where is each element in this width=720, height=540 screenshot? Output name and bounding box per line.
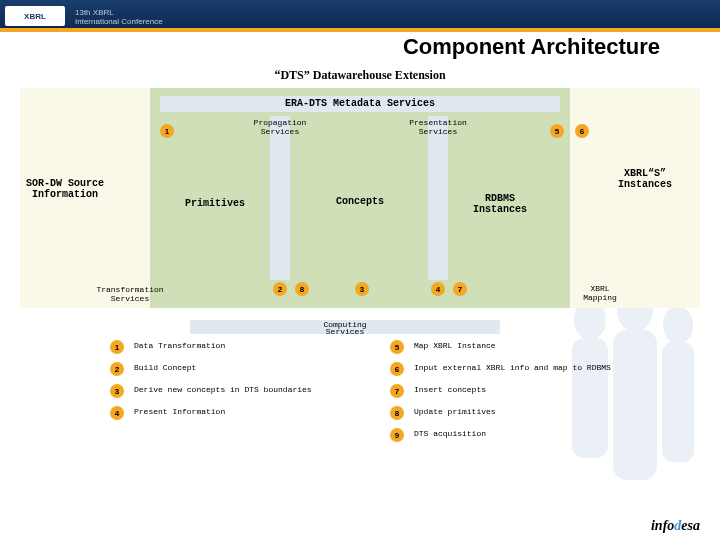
presentation-column bbox=[428, 116, 448, 280]
legend-item: 6 Input external XBRL info and map to RD… bbox=[390, 362, 690, 376]
architecture-diagram: ERA-DTS Metadata Services Propagation Se… bbox=[20, 88, 700, 308]
legend-circle: 6 bbox=[390, 362, 404, 376]
legend-item: 2 Build Concept bbox=[110, 362, 390, 376]
step-circle-3: 3 bbox=[355, 282, 369, 296]
legend-row: 3 Derive new concepts in DTS boundaries … bbox=[110, 384, 690, 398]
legend-circle: 5 bbox=[390, 340, 404, 354]
legend-circle: 8 bbox=[390, 406, 404, 420]
logo-part1: info bbox=[651, 518, 674, 533]
step-circle-6: 6 bbox=[575, 124, 589, 138]
legend-item: 1 Data Transformation bbox=[110, 340, 390, 354]
legend-text: Data Transformation bbox=[134, 340, 225, 351]
propagation-label: Propagation Services bbox=[230, 118, 330, 136]
step-circle-2: 2 bbox=[273, 282, 287, 296]
infodesa-logo: infodesa bbox=[651, 518, 700, 534]
legend-row: 4 Present Information 8 Update primitive… bbox=[110, 406, 690, 420]
computing-services-banner: Computing Services bbox=[190, 320, 500, 334]
step-circle-8: 8 bbox=[295, 282, 309, 296]
legend-row: 1 Data Transformation 5 Map XBRL Instanc… bbox=[110, 340, 690, 354]
conf-line2: International Conference bbox=[75, 17, 163, 26]
concepts-label: Concepts bbox=[320, 196, 400, 207]
step-circle-1: 1 bbox=[160, 124, 174, 138]
legend-row: 2 Build Concept 6 Input external XBRL in… bbox=[110, 362, 690, 376]
legend-item: 8 Update primitives bbox=[390, 406, 690, 420]
legend-item: 9 DTS acquisition bbox=[390, 428, 690, 442]
xbrl-mapping-label: XBRL Mapping bbox=[560, 284, 640, 302]
presentation-label: Presentation Services bbox=[388, 118, 488, 136]
legend-item: 5 Map XBRL Instance bbox=[390, 340, 690, 354]
rdbms-label: RDBMS Instances bbox=[460, 193, 540, 215]
legend-circle: 3 bbox=[110, 384, 124, 398]
primitives-label: Primitives bbox=[170, 198, 260, 209]
propagation-column bbox=[270, 116, 290, 280]
step-circle-5: 5 bbox=[550, 124, 564, 138]
legend-circle: 1 bbox=[110, 340, 124, 354]
xbrl-s-label: XBRL“S” Instances bbox=[605, 168, 685, 190]
step-circle-7: 7 bbox=[453, 282, 467, 296]
legend-text: Build Concept bbox=[134, 362, 196, 373]
header-accent-stripe bbox=[0, 28, 720, 32]
legend-item: 7 Insert concepts bbox=[390, 384, 690, 398]
legend-text: Derive new concepts in DTS boundaries bbox=[134, 384, 312, 395]
legend-circle: 4 bbox=[110, 406, 124, 420]
legend-item: 4 Present Information bbox=[110, 406, 390, 420]
legend-text: Map XBRL Instance bbox=[414, 340, 496, 351]
transformation-services-label: Transformation Services bbox=[80, 285, 180, 303]
xbrl-logo: XBRL bbox=[5, 6, 65, 26]
page-subtitle: “DTS” Datawarehouse Extension bbox=[0, 68, 720, 83]
legend-circle: 9 bbox=[390, 428, 404, 442]
conference-label: 13th XBRL International Conference bbox=[75, 8, 163, 26]
legend-text: DTS acquisition bbox=[414, 428, 486, 439]
legend-text: Present Information bbox=[134, 406, 225, 417]
logo-part2: esa bbox=[681, 518, 700, 533]
svg-point-4 bbox=[663, 306, 693, 344]
legend-circle: 2 bbox=[110, 362, 124, 376]
legend-text: Insert concepts bbox=[414, 384, 486, 395]
legend-row: 9 DTS acquisition bbox=[110, 428, 690, 442]
legend-text: Update primitives bbox=[414, 406, 496, 417]
legend-item: 3 Derive new concepts in DTS boundaries bbox=[110, 384, 390, 398]
legend-circle: 7 bbox=[390, 384, 404, 398]
page-title: Component Architecture bbox=[403, 34, 660, 60]
sor-dw-label: SOR-DW Source Information bbox=[25, 178, 105, 200]
step-circle-4: 4 bbox=[431, 282, 445, 296]
legend-text: Input external XBRL info and map to RDBM… bbox=[414, 362, 611, 373]
conf-line1: 13th XBRL bbox=[75, 8, 163, 17]
legend: 1 Data Transformation 5 Map XBRL Instanc… bbox=[110, 340, 690, 450]
metadata-services-banner: ERA-DTS Metadata Services bbox=[160, 96, 560, 112]
